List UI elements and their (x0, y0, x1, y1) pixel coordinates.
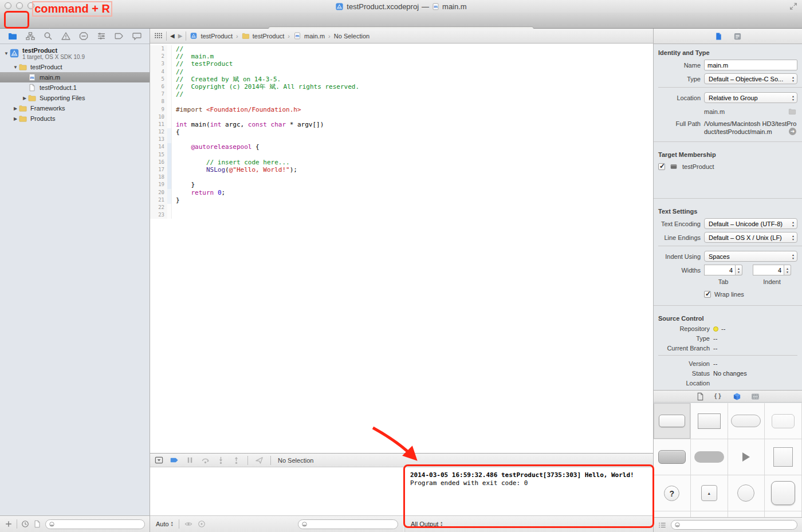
file-inspector-icon[interactable] (714, 32, 723, 41)
debug-selection-label: No Selection (278, 457, 313, 464)
encoding-label: Text Encoding (654, 220, 701, 227)
fullscreen-icon[interactable] (789, 2, 797, 10)
issue-navigator-icon[interactable] (61, 31, 70, 41)
step-into-icon[interactable] (217, 456, 225, 464)
divider (247, 456, 248, 465)
code-line: 6// Copyright (c) 2014年 斌. All rights re… (150, 83, 653, 90)
code-editor[interactable]: 1//2// main.m3// testProduct4//5// Creat… (150, 44, 653, 453)
library-item-round-button[interactable] (728, 475, 765, 511)
type-dropdown[interactable]: Default – Objective-C So... ▲▼ (704, 73, 797, 84)
library-item-gradient-button[interactable] (691, 403, 728, 439)
breadcrumb-No-Selection[interactable]: No Selection (334, 33, 369, 40)
target-checkbox[interactable] (658, 163, 665, 170)
breakpoints-toggle-icon[interactable] (170, 456, 179, 464)
library-item-popup-arrow-button[interactable] (691, 475, 728, 511)
source-control-label: Type (654, 335, 710, 342)
line-number: 9 (150, 106, 167, 113)
symbol-navigator-icon[interactable] (26, 31, 35, 41)
step-over-icon[interactable] (201, 456, 210, 464)
indent-width-stepper[interactable]: 4 ▲▼ (753, 265, 791, 275)
disclosure-triangle[interactable]: ▶ (22, 96, 27, 101)
library-item-oval-button[interactable] (691, 439, 728, 475)
main-toolbar: testProduct › My Mac 64-bit Finished run… (0, 13, 802, 29)
hide-debug-area-icon[interactable] (155, 456, 163, 464)
library-item-disclosure-triangle[interactable] (728, 439, 765, 475)
breadcrumb-main.m[interactable]: mmain.m (293, 32, 325, 40)
line-endings-label: Line Endings (654, 234, 701, 241)
library-item-rounded-rect-button[interactable] (728, 403, 765, 439)
reveal-arrow-icon[interactable]: ➜ (789, 128, 796, 135)
forward-button[interactable]: ▶ (178, 33, 183, 39)
annotation-console-highlight-box (403, 464, 654, 528)
library-item-help-button[interactable] (654, 475, 691, 511)
add-button[interactable] (5, 520, 13, 528)
code-line: 15 (150, 151, 653, 159)
tree-item-main.m[interactable]: mmain.m (0, 72, 150, 82)
breadcrumb-testProduct[interactable]: testProduct (242, 32, 285, 40)
location-icon[interactable] (255, 456, 264, 464)
test-navigator-icon[interactable] (79, 31, 88, 41)
tab-width-stepper[interactable]: 4 ▲▼ (704, 265, 742, 275)
print-description-icon[interactable] (198, 520, 206, 528)
pause-icon[interactable] (186, 456, 194, 464)
tree-item-Frameworks[interactable]: ▶Frameworks (0, 103, 150, 113)
choose-folder-icon[interactable] (788, 108, 796, 115)
tree-item-label: testProduct.1 (40, 84, 77, 91)
debug-navigator-icon[interactable] (97, 31, 106, 41)
location-dropdown[interactable]: Relative to Group ▲▼ (704, 92, 797, 103)
recent-files-icon[interactable] (21, 520, 29, 528)
fold-ribbon (167, 166, 172, 174)
back-button[interactable]: ◀ (170, 33, 175, 39)
library-item-textured-rounded-button[interactable] (765, 403, 802, 439)
fold-ribbon (167, 45, 172, 53)
modified-files-icon[interactable] (33, 520, 41, 528)
fold-ribbon (167, 151, 172, 159)
quicklook-eye-icon[interactable] (184, 520, 192, 528)
tree-item-Products[interactable]: ▶Products (0, 113, 150, 124)
object-library-icon[interactable] (733, 392, 741, 401)
quick-help-inspector-icon[interactable] (733, 32, 742, 41)
tree-item-testProduct[interactable]: ▼testProduct1 target, OS X SDK 10.9 (0, 45, 150, 62)
object-library-grid (654, 403, 802, 517)
name-field[interactable]: main.m (704, 60, 797, 70)
log-navigator-icon[interactable] (132, 31, 141, 41)
scope-selector[interactable]: Auto ▲▼ (156, 521, 174, 527)
breadcrumb-testProduct[interactable]: testProduct (190, 32, 233, 40)
tree-item-testProduct.1[interactable]: testProduct.1 (0, 82, 150, 93)
disclosure-triangle[interactable]: ▶ (13, 116, 18, 121)
breakpoint-navigator-icon[interactable] (115, 31, 124, 41)
project-navigator-icon[interactable] (8, 31, 17, 41)
library-item-square-button[interactable] (765, 439, 802, 475)
encoding-dropdown[interactable]: Default – Unicode (UTF-8) ▲▼ (704, 218, 797, 229)
library-item-push-button[interactable] (654, 403, 691, 439)
library-filter-field[interactable] (671, 520, 797, 530)
variables-view[interactable] (150, 468, 404, 515)
tree-item-testProduct[interactable]: ▼testProduct (0, 62, 150, 72)
code-line: 17 NSLog(@"Hello, World!"); (150, 166, 653, 174)
library-item-recessed-button[interactable] (654, 439, 691, 475)
wrap-lines-checkbox[interactable] (704, 291, 711, 298)
utilities-panel: Identity and Type Name main.m Type Defau… (653, 29, 802, 532)
related-items-icon[interactable] (155, 32, 163, 40)
indent-using-dropdown[interactable]: Spaces ▲▼ (704, 251, 797, 262)
media-library-icon[interactable] (751, 392, 760, 401)
code-line: 20 return 0; (150, 189, 653, 196)
fold-ribbon (167, 121, 172, 128)
step-out-icon[interactable] (232, 456, 241, 464)
variables-filter-field[interactable] (298, 519, 398, 529)
round-button (737, 484, 754, 502)
tree-item-Supporting-Files[interactable]: ▶Supporting Files (0, 93, 150, 103)
file-template-library-icon[interactable] (696, 392, 705, 401)
list-view-icon[interactable] (658, 521, 666, 529)
navigator-filter-field[interactable] (45, 519, 145, 529)
find-navigator-icon[interactable] (44, 31, 53, 41)
disclosure-triangle[interactable]: ▼ (13, 65, 18, 70)
project-navigator-tree[interactable]: ▼testProduct1 target, OS X SDK 10.9▼test… (0, 45, 150, 124)
code-snippet-library-icon[interactable]: { } (714, 392, 723, 401)
window-title: testProduct.xcodeproj — m main.m (0, 0, 802, 13)
fold-ribbon (167, 159, 172, 166)
disclosure-triangle[interactable]: ▼ (3, 51, 9, 56)
library-item-bevel-button[interactable] (765, 475, 802, 511)
line-endings-dropdown[interactable]: Default – OS X / Unix (LF) ▲▼ (704, 232, 797, 243)
disclosure-triangle[interactable]: ▶ (13, 106, 18, 111)
